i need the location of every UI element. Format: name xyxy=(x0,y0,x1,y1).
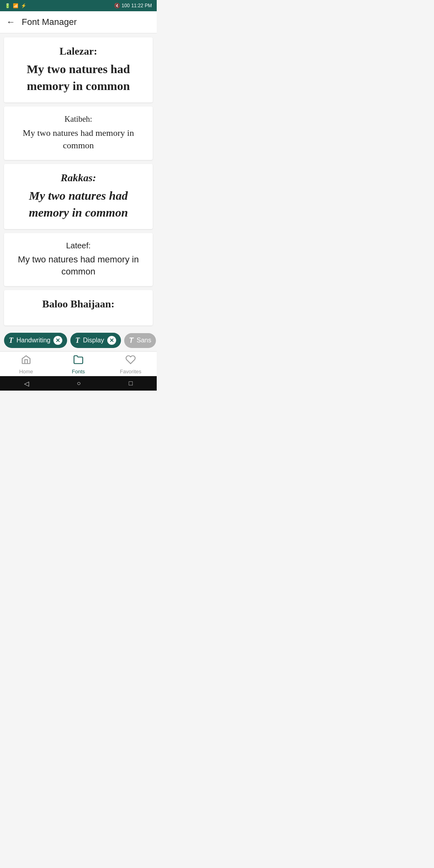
favorites-icon xyxy=(125,354,136,367)
fonts-icon xyxy=(73,354,84,367)
handwriting-chip-icon: T xyxy=(9,336,13,345)
filter-chip-sans[interactable]: T Sans xyxy=(124,333,156,348)
font-card-lalezar[interactable]: Lalezar: My two natures had memory in co… xyxy=(4,37,153,102)
font-list: Lalezar: My two natures had memory in co… xyxy=(0,33,157,330)
battery-icon: 🔋 xyxy=(5,3,10,8)
header: ← Font Manager xyxy=(0,11,157,33)
font-name-baloo: Baloo Bhaijaan: xyxy=(10,298,146,310)
system-back-button[interactable]: ◁ xyxy=(24,380,29,387)
bottom-nav: Home Fonts Favorites xyxy=(0,351,157,376)
font-name-katibeh: Katibeh: xyxy=(10,115,146,124)
handwriting-chip-close[interactable]: ✕ xyxy=(53,336,62,345)
font-sample-katibeh: My two natures had memory in common xyxy=(10,127,146,152)
font-card-rakkas[interactable]: Rakkas: My two natures had memory in com… xyxy=(4,164,153,229)
usb-icon: ⚡ xyxy=(21,3,27,8)
status-bar: 🔋 📶 ⚡ 🔇 100 11:22 PM xyxy=(0,0,157,11)
filter-chip-handwriting[interactable]: T Handwriting ✕ xyxy=(4,333,67,348)
display-chip-close[interactable]: ✕ xyxy=(107,336,116,345)
system-nav: ◁ ○ □ xyxy=(0,376,157,391)
wifi-icon: 📶 xyxy=(13,3,18,8)
font-card-lateef[interactable]: Lateef: My two natures had memory in com… xyxy=(4,233,153,287)
font-card-katibeh[interactable]: Katibeh: My two natures had memory in co… xyxy=(4,106,153,160)
battery-level: 100 xyxy=(122,3,130,8)
display-chip-label: Display xyxy=(83,337,104,344)
status-left-icons: 🔋 📶 ⚡ xyxy=(5,3,27,8)
nav-fonts-label: Fonts xyxy=(72,368,85,375)
font-sample-lalezar: My two natures had memory in common xyxy=(10,61,146,94)
font-name-lateef: Lateef: xyxy=(10,241,146,250)
font-name-lalezar: Lalezar: xyxy=(10,45,146,57)
nav-favorites-label: Favorites xyxy=(120,368,141,375)
home-icon xyxy=(21,354,31,367)
display-chip-icon: T xyxy=(75,336,80,345)
filter-chip-display[interactable]: T Display ✕ xyxy=(70,333,121,348)
status-right-info: 🔇 100 11:22 PM xyxy=(114,3,152,8)
handwriting-chip-label: Handwriting xyxy=(16,337,50,344)
back-button[interactable]: ← xyxy=(6,17,15,27)
sans-chip-icon: T xyxy=(129,336,133,345)
time: 11:22 PM xyxy=(131,3,152,8)
font-sample-rakkas: My two natures had memory in common xyxy=(10,187,146,221)
font-card-baloo[interactable]: Baloo Bhaijaan: xyxy=(4,290,153,326)
mute-icon: 🔇 xyxy=(114,3,120,8)
system-recents-button[interactable]: □ xyxy=(129,380,133,387)
filter-bar: T Handwriting ✕ T Display ✕ T Sans xyxy=(0,330,157,351)
nav-fonts[interactable]: Fonts xyxy=(52,354,104,375)
page-title: Font Manager xyxy=(22,17,77,27)
nav-home-label: Home xyxy=(19,368,33,375)
nav-home[interactable]: Home xyxy=(0,354,52,375)
nav-favorites[interactable]: Favorites xyxy=(104,354,157,375)
font-name-rakkas: Rakkas: xyxy=(10,172,146,184)
system-home-button[interactable]: ○ xyxy=(77,380,81,387)
sans-chip-label: Sans xyxy=(137,337,151,344)
font-sample-lateef: My two natures had memory in common xyxy=(10,254,146,278)
